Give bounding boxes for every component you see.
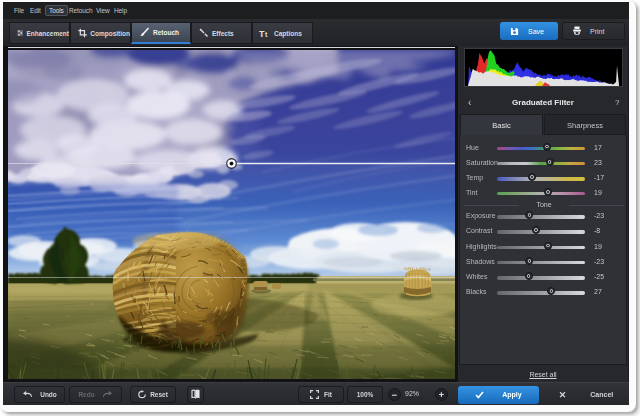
svg-text:t: t <box>265 31 268 38</box>
